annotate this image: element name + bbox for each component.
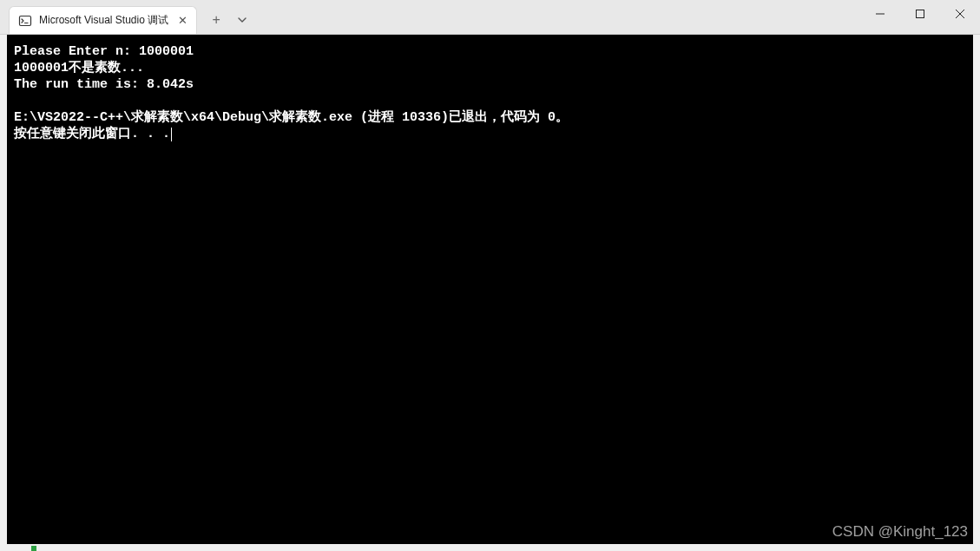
window-controls — [860, 0, 980, 34]
tab-area: Microsoft Visual Studio 调试 ✕ + — [9, 0, 253, 34]
tab-title: Microsoft Visual Studio 调试 — [39, 13, 168, 28]
close-icon — [956, 10, 964, 18]
tab-close-button[interactable]: ✕ — [175, 14, 189, 28]
window-titlebar: Microsoft Visual Studio 调试 ✕ + — [0, 0, 980, 35]
console-line: Please Enter n: 1000001 — [14, 44, 194, 59]
terminal-icon — [18, 14, 32, 28]
console-line: E:\VS2022--C++\求解素数\x64\Debug\求解素数.exe (… — [14, 110, 569, 125]
console-output[interactable]: Please Enter n: 1000001 1000001不是素数... T… — [7, 35, 973, 544]
close-button[interactable] — [940, 0, 980, 28]
svg-rect-0 — [20, 16, 31, 25]
console-line: The run time is: 8.042s — [14, 77, 194, 92]
editor-gutter-marker — [31, 546, 36, 551]
tabs-dropdown-button[interactable] — [232, 8, 253, 32]
console-line: 1000001不是素数... — [14, 61, 144, 75]
minimize-button[interactable] — [860, 0, 900, 28]
minimize-icon — [876, 10, 885, 18]
svg-rect-3 — [917, 10, 924, 18]
maximize-button[interactable] — [900, 0, 940, 28]
console-tab[interactable]: Microsoft Visual Studio 调试 ✕ — [9, 6, 197, 34]
chevron-down-icon — [237, 15, 247, 25]
console-line: 按任意键关闭此窗口. . . — [14, 127, 170, 141]
new-tab-button[interactable]: + — [204, 8, 228, 32]
watermark-text: CSDN @Kinght_123 — [832, 523, 968, 541]
text-cursor — [171, 128, 172, 141]
maximize-icon — [916, 10, 924, 18]
